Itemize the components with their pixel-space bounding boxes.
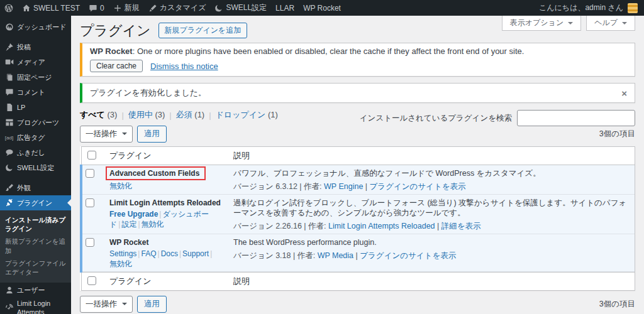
dismiss-icon[interactable]: × bbox=[621, 89, 627, 98]
plugin-meta-text: バージョン 2.26.16 | 作者: bbox=[233, 222, 328, 230]
sidebar-item-label: 投稿 bbox=[17, 43, 31, 52]
plugin-action-link[interactable]: 無効化 bbox=[109, 259, 132, 268]
wp-logo-menu[interactable] bbox=[0, 0, 18, 16]
items-count: 3個の項目 bbox=[599, 129, 635, 139]
comments-menu[interactable]: 0 bbox=[84, 0, 109, 16]
filter-separator: | bbox=[209, 111, 211, 120]
page-title: プラグイン bbox=[80, 21, 151, 40]
column-footer-plugin[interactable]: プラグイン bbox=[103, 273, 227, 291]
sidebar-item-label: LP bbox=[17, 104, 25, 111]
plugin-row-actions: Free Upgrade|ダッシュボード|設定|無効化 bbox=[109, 209, 221, 229]
sidebar-item-label: ダッシュボード bbox=[17, 23, 67, 32]
plugin-action-link[interactable]: Docs bbox=[161, 249, 178, 258]
chevron-down-icon bbox=[568, 22, 573, 27]
bulk-action-select-bottom[interactable]: 一括操作 bbox=[80, 296, 133, 313]
action-separator: | bbox=[138, 249, 140, 258]
plugins-submenu: インストール済みプラグイン新規プラグインを追加プラグインファイルエディター bbox=[0, 210, 71, 283]
submenu-item-1[interactable]: 新規プラグインを追加 bbox=[0, 235, 71, 256]
plugin-action-link[interactable]: Support bbox=[182, 249, 209, 258]
swell-icon bbox=[214, 4, 223, 13]
sidebar-item-4[interactable]: コメント bbox=[0, 85, 71, 100]
site-name-menu[interactable]: SWELL TEST bbox=[18, 0, 84, 16]
plugin-meta-link[interactable]: プラグインのサイトを表示 bbox=[370, 182, 466, 191]
swell-icon bbox=[4, 163, 14, 173]
plugin-action-link[interactable]: Settings bbox=[109, 249, 136, 258]
user-greeting[interactable]: こんにちは、admin さん bbox=[539, 3, 623, 13]
sidebar-item-3[interactable]: 固定ページ bbox=[0, 70, 71, 85]
select-all-checkbox[interactable] bbox=[87, 151, 96, 160]
sidebar-item-7[interactable]: [ad]広告タグ bbox=[0, 130, 71, 145]
users-icon bbox=[4, 286, 14, 295]
tablenav-bottom: 一括操作 適用 3個の項目 bbox=[80, 296, 635, 313]
swell-settings-menu[interactable]: SWELL設定 bbox=[210, 0, 271, 16]
sidebar-item-6[interactable]: ブログパーツ bbox=[0, 115, 71, 130]
submenu-item-0-current[interactable]: インストール済みプラグイン bbox=[0, 214, 71, 235]
select-all-checkbox[interactable] bbox=[87, 276, 96, 285]
column-header-plugin[interactable]: プラグイン bbox=[103, 147, 227, 165]
add-new-plugin-button[interactable]: 新規プラグインを追加 bbox=[158, 23, 248, 38]
row-checkbox[interactable] bbox=[86, 238, 94, 247]
items-count-bottom: 3個の項目 bbox=[599, 299, 635, 310]
plugin-meta-link[interactable]: Limit Login Attempts Reloaded bbox=[328, 222, 435, 230]
plugin-action-link[interactable]: 設定 bbox=[121, 220, 136, 229]
filter-link-2[interactable]: 必須 (1) bbox=[176, 109, 205, 121]
plugin-meta-link[interactable]: プラグインのサイトを表示 bbox=[360, 251, 456, 260]
avatar[interactable] bbox=[628, 3, 638, 13]
plugin-action-link[interactable]: Free Upgrade bbox=[109, 210, 158, 219]
sidebar-item-11-current[interactable]: プラグイン bbox=[0, 195, 71, 210]
admin-bar: SWELL TEST 0 新規 カスタマイズ SWELL設定 LLAR WP R… bbox=[0, 0, 644, 16]
filter-link-1[interactable]: 使用中 (3) bbox=[128, 109, 165, 121]
sidebar-item-8[interactable]: ふきだし bbox=[0, 145, 71, 160]
apply-button-bottom[interactable]: 適用 bbox=[137, 296, 167, 313]
plugin-meta-text: | bbox=[353, 251, 360, 260]
help-button[interactable]: ヘルプ bbox=[586, 16, 635, 31]
plugin-description: パワフル、プロフェッショナル、直感的なフィールドで WordPress をカスタ… bbox=[233, 168, 628, 178]
plugin-search-input[interactable] bbox=[517, 110, 635, 126]
sidebar-item-12[interactable]: ユーザー bbox=[0, 283, 71, 298]
sidebar-item-2[interactable]: メディア bbox=[0, 55, 71, 70]
notice-message: : One or more plugins have been enabled … bbox=[133, 46, 525, 56]
wp-rocket-menu[interactable]: WP Rocket bbox=[299, 0, 345, 16]
bulk-action-select[interactable]: 一括操作 bbox=[80, 126, 133, 143]
ad-icon: [ad] bbox=[4, 133, 14, 143]
plugin-action-link[interactable]: 無効化 bbox=[109, 181, 132, 190]
dismiss-notice-link[interactable]: Dismiss this notice bbox=[150, 62, 218, 71]
plugin-description: 過剰なログイン試行をブロックし、ブルートフォース (総当り) 攻撃からサイトを保… bbox=[233, 198, 628, 218]
plus-icon bbox=[113, 4, 122, 13]
notice-title: WP Rocket bbox=[90, 46, 133, 56]
activated-message: プラグインを有効化しました。 bbox=[90, 87, 206, 99]
sidebar-item-label: 広告タグ bbox=[17, 133, 45, 143]
plugin-action-link[interactable]: FAQ bbox=[141, 249, 156, 258]
apply-button[interactable]: 適用 bbox=[137, 126, 167, 143]
sidebar-item-1[interactable]: 投稿 bbox=[0, 40, 71, 55]
row-checkbox[interactable] bbox=[86, 198, 94, 207]
media-icon bbox=[4, 58, 14, 67]
wordpress-logo-icon bbox=[4, 4, 13, 13]
sidebar-item-5[interactable]: LP bbox=[0, 100, 71, 115]
plugin-icon bbox=[4, 198, 14, 208]
plugin-name: Advanced Custom Fields bbox=[109, 169, 199, 178]
llar-menu[interactable]: LLAR bbox=[271, 0, 299, 16]
filter-link-0-current[interactable]: すべて (3) bbox=[80, 109, 117, 121]
sidebar-item-9[interactable]: SWELL設定 bbox=[0, 160, 71, 175]
new-content-menu[interactable]: 新規 bbox=[109, 0, 144, 16]
plugin-meta: バージョン 6.3.12 | 作者: WP Engine | プラグインのサイト… bbox=[233, 181, 628, 192]
clear-cache-button[interactable]: Clear cache bbox=[90, 60, 143, 72]
sidebar-item-13[interactable]: Limit Login Attempts bbox=[0, 298, 71, 314]
plugin-meta-text: バージョン 3.18 | 作者: bbox=[233, 251, 318, 260]
row-checkbox[interactable] bbox=[86, 169, 94, 178]
plugin-meta-link[interactable]: WP Engine bbox=[324, 182, 363, 191]
screen-options-button[interactable]: 表示オプション bbox=[502, 16, 581, 31]
filter-link-3[interactable]: ドロップイン (1) bbox=[216, 109, 278, 121]
sidebar-item-label: コメント bbox=[17, 88, 45, 97]
customize-menu[interactable]: カスタマイズ bbox=[144, 0, 211, 16]
plugin-meta-link[interactable]: 詳細を表示 bbox=[441, 222, 481, 230]
submenu-item-2[interactable]: プラグインファイルエディター bbox=[0, 257, 71, 278]
plugin-meta-link[interactable]: WP Media bbox=[318, 251, 353, 260]
wprocket-notice: WP Rocket: One or more plugins have been… bbox=[80, 43, 635, 77]
plugin-action-link[interactable]: 無効化 bbox=[142, 220, 164, 229]
sidebar-item-10[interactable]: 外観 bbox=[0, 180, 71, 195]
sidebar-item-0[interactable]: ダッシュボード bbox=[0, 19, 71, 35]
comments-icon bbox=[89, 4, 97, 13]
appearance-icon bbox=[4, 183, 14, 193]
